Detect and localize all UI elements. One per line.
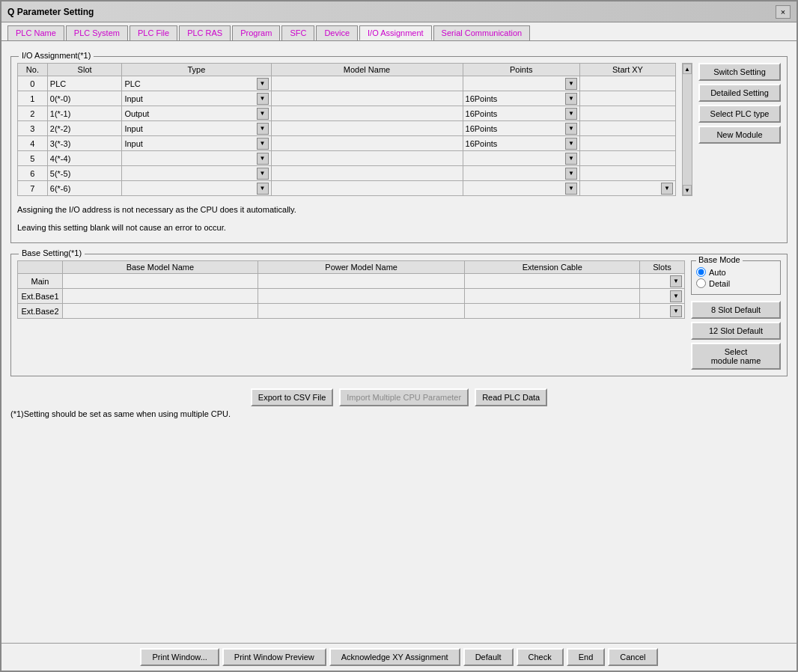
xy-dropdown-7[interactable]: ▼ <box>661 183 673 195</box>
points-dropdown-1[interactable]: ▼ <box>565 93 577 105</box>
type-dropdown-3[interactable]: ▼ <box>257 123 269 135</box>
slots-ext2[interactable]: ▼ <box>640 304 685 319</box>
cell-points-2[interactable]: 16Points ▼ <box>463 106 579 121</box>
type-dropdown-7[interactable]: ▼ <box>257 183 269 195</box>
ext-cable-ext2[interactable] <box>465 304 640 319</box>
tab-plc-system[interactable]: PLC System <box>66 25 128 40</box>
base-label-ext2: Ext.Base2 <box>18 304 63 319</box>
slots-dropdown-ext2[interactable]: ▼ <box>670 305 682 317</box>
cell-no-0: 0 <box>18 76 48 91</box>
cell-xy-7[interactable]: ▼ <box>579 181 675 196</box>
cell-slot-5: 4(*-4) <box>47 151 122 166</box>
power-model-ext2[interactable] <box>258 304 465 319</box>
8slot-default-button[interactable]: 8 Slot Default <box>691 301 781 319</box>
close-button[interactable]: × <box>776 5 791 19</box>
base-model-main[interactable] <box>63 274 258 289</box>
scrollbar-track <box>683 74 692 185</box>
ext-cable-main[interactable] <box>465 274 640 289</box>
select-plc-type-button[interactable]: Select PLC type <box>698 105 781 123</box>
cell-slot-1: 0(*-0) <box>47 91 122 106</box>
cell-points-1[interactable]: 16Points ▼ <box>463 91 579 106</box>
slots-dropdown-ext1[interactable]: ▼ <box>670 290 682 302</box>
points-dropdown-7[interactable]: ▼ <box>565 183 577 195</box>
type-dropdown-5[interactable]: ▼ <box>257 153 269 165</box>
tab-program[interactable]: Program <box>232 25 280 40</box>
detailed-setting-button[interactable]: Detailed Setting <box>698 84 781 102</box>
type-dropdown-0[interactable]: ▼ <box>257 78 269 90</box>
end-button[interactable]: End <box>567 648 606 666</box>
print-preview-button[interactable]: Print Window Preview <box>222 648 326 666</box>
power-model-ext1[interactable] <box>258 289 465 304</box>
12slot-default-button[interactable]: 12 Slot Default <box>691 322 781 340</box>
cell-points-0[interactable]: ▼ <box>463 76 579 91</box>
scroll-up-button[interactable]: ▲ <box>683 64 692 74</box>
base-setting-title: Base Setting(*1) <box>19 248 85 257</box>
default-button[interactable]: Default <box>463 648 514 666</box>
scroll-down-button[interactable]: ▼ <box>683 185 692 195</box>
tab-plc-ras[interactable]: PLC RAS <box>179 25 231 40</box>
cell-type-2[interactable]: Output ▼ <box>122 106 271 121</box>
col-model: Model Name <box>271 64 463 76</box>
cell-type-5[interactable]: ▼ <box>122 151 271 166</box>
cell-xy-4 <box>579 136 675 151</box>
cell-type-7[interactable]: ▼ <box>122 181 271 196</box>
tab-plc-name[interactable]: PLC Name <box>7 25 64 40</box>
tab-sfc[interactable]: SFC <box>281 25 314 40</box>
cell-xy-2 <box>579 106 675 121</box>
tab-io-assignment[interactable]: I/O Assignment <box>359 25 432 40</box>
cell-type-1[interactable]: Input ▼ <box>122 91 271 106</box>
slots-dropdown-main[interactable]: ▼ <box>670 275 682 287</box>
cell-model-3 <box>271 121 463 136</box>
read-plc-button[interactable]: Read PLC Data <box>475 388 547 406</box>
slots-main[interactable]: ▼ <box>640 274 685 289</box>
tab-device[interactable]: Device <box>316 25 358 40</box>
switch-setting-button[interactable]: Switch Setting <box>698 63 781 81</box>
type-dropdown-2[interactable]: ▼ <box>257 108 269 120</box>
check-button[interactable]: Check <box>517 648 564 666</box>
points-dropdown-2[interactable]: ▼ <box>565 108 577 120</box>
cell-points-6[interactable]: ▼ <box>463 166 579 181</box>
cell-points-5[interactable]: ▼ <box>463 151 579 166</box>
print-window-button[interactable]: Print Window... <box>140 648 219 666</box>
base-model-ext2[interactable] <box>63 304 258 319</box>
cell-type-3[interactable]: Input ▼ <box>122 121 271 136</box>
points-dropdown-5[interactable]: ▼ <box>565 153 577 165</box>
cell-type-6[interactable]: ▼ <box>122 166 271 181</box>
cell-slot-7: 6(*-6) <box>47 181 122 196</box>
slots-ext1[interactable]: ▼ <box>640 289 685 304</box>
cancel-button[interactable]: Cancel <box>608 648 657 666</box>
cell-type-4[interactable]: Input ▼ <box>122 136 271 151</box>
select-module-name-button[interactable]: Select module name <box>691 343 781 370</box>
export-csv-button[interactable]: Export to CSV File <box>251 388 333 406</box>
power-model-main[interactable] <box>258 274 465 289</box>
io-side-buttons: Switch Setting Detailed Setting Select P… <box>698 63 781 196</box>
ext-cable-ext1[interactable] <box>465 289 640 304</box>
col-xy: Start XY <box>579 64 675 76</box>
radio-auto[interactable] <box>696 267 706 277</box>
cell-points-3[interactable]: 16Points ▼ <box>463 121 579 136</box>
type-dropdown-6[interactable]: ▼ <box>257 168 269 180</box>
cell-xy-1 <box>579 91 675 106</box>
type-dropdown-4[interactable]: ▼ <box>257 138 269 150</box>
type-dropdown-1[interactable]: ▼ <box>257 93 269 105</box>
points-dropdown-0[interactable]: ▼ <box>565 78 577 90</box>
acknowledge-xy-button[interactable]: Acknowledge XY Assignment <box>329 648 460 666</box>
cell-points-4[interactable]: 16Points ▼ <box>463 136 579 151</box>
radio-detail-row: Detail <box>696 278 776 288</box>
tab-serial-communication[interactable]: Serial Communication <box>433 25 531 40</box>
cell-xy-6 <box>579 166 675 181</box>
cell-points-7[interactable]: ▼ <box>463 181 579 196</box>
tab-plc-file[interactable]: PLC File <box>130 25 177 40</box>
title-bar: Q Parameter Setting × <box>1 1 797 22</box>
import-multi-button: Import Multiple CPU Parameter <box>339 388 469 406</box>
cell-slot-3: 2(*-2) <box>47 121 122 136</box>
base-model-ext1[interactable] <box>63 289 258 304</box>
cell-xy-3 <box>579 121 675 136</box>
radio-detail[interactable] <box>696 278 706 288</box>
points-dropdown-3[interactable]: ▼ <box>565 123 577 135</box>
cell-slot-4: 3(*-3) <box>47 136 122 151</box>
points-dropdown-4[interactable]: ▼ <box>565 138 577 150</box>
cell-type-0[interactable]: PLC ▼ <box>122 76 271 91</box>
points-dropdown-6[interactable]: ▼ <box>565 168 577 180</box>
new-module-button[interactable]: New Module <box>698 126 781 144</box>
